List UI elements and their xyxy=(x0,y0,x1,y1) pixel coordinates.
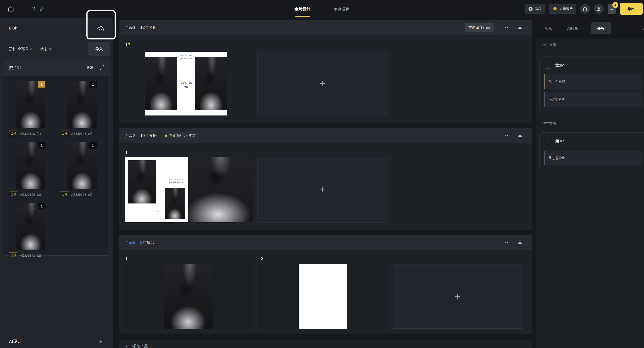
product1-header: 产品1 12寸竖册 重新设计产品 ··· xyxy=(119,20,532,35)
spread-photo-right xyxy=(195,57,227,110)
edit-name-icon[interactable] xyxy=(40,6,44,11)
sort-icon[interactable] xyxy=(9,46,15,52)
task-item[interactable]: 尺寸需检查 xyxy=(544,151,642,165)
project-name: 11 xyxy=(32,7,36,11)
photos-sidebar: 照片 全部 5 状态 导入 xyxy=(0,18,113,348)
tab-ai-templates[interactable]: AI模板 xyxy=(567,18,578,39)
photo-thumbnail[interactable]: 1 xyxy=(67,81,96,128)
more-menu-icon[interactable]: ··· xyxy=(502,240,509,245)
photo-cell[interactable]: 2已修AZ3J9118_(2) xyxy=(9,81,59,128)
photo-cell[interactable]: 1已修AZ3J9123_(2) xyxy=(60,81,110,128)
photo-thumbnail[interactable]: 1 xyxy=(67,142,96,189)
product2-header: 产品2 10寸方册 存在版面尺寸变更 ··· xyxy=(119,128,532,143)
section-title: 10寸方册 xyxy=(542,121,556,126)
spread-small-caption: ROMANCE xyxy=(152,211,165,213)
spread-photo-small xyxy=(165,188,184,219)
add-product-label: 添加产品 xyxy=(132,344,148,348)
more-menu-icon[interactable]: ··· xyxy=(502,133,509,138)
photo-count-badge: 2 xyxy=(38,81,46,88)
photo-group-header: 照片组 5张 xyxy=(3,59,109,76)
cloud-sync-icon[interactable] xyxy=(95,24,104,32)
photo-count-badge: 1 xyxy=(89,142,96,148)
task-item[interactable]: 换一个素材 xyxy=(544,74,642,89)
photo-cell[interactable]: 1已修AZ3J9141_(2) xyxy=(9,203,59,250)
task-item[interactable]: 内容需检查 xyxy=(544,92,642,107)
album-spread-thumbnail[interactable]: TWO HEARTS BECOME ONE You & me xyxy=(145,52,227,116)
add-page-placeholder[interactable]: + xyxy=(258,51,388,116)
ai-design-section[interactable]: AI设计 xyxy=(0,335,113,348)
header-divider xyxy=(96,66,96,70)
plus-icon: + xyxy=(455,290,461,302)
unsaved-dot xyxy=(128,42,130,44)
right-panel-tabs: 模板 AI模板 任务 » xyxy=(536,18,644,39)
frame-item-1[interactable] xyxy=(124,264,253,329)
collapse-section-icon[interactable] xyxy=(518,242,522,244)
top-bar: 11 全局设计 单页编辑 教程 xyxy=(0,0,644,18)
gem-icon xyxy=(553,7,557,11)
plus-icon: + xyxy=(125,343,128,348)
photo-cell[interactable]: 1已修AZ3J9128_(2) xyxy=(60,142,110,189)
product3-card: 产品3 8寸摆台 ··· 1 2 + xyxy=(119,235,532,334)
photo-cell[interactable]: 1已修AZ3J9126_(2) xyxy=(9,142,59,189)
export-record-icon[interactable]: → 4 xyxy=(608,4,616,14)
photo-thumbnail[interactable]: 1 xyxy=(16,142,46,189)
membership-renew-button[interactable]: 会员续费 xyxy=(549,4,576,14)
import-button[interactable]: 导入 xyxy=(88,42,110,56)
add-product-row[interactable]: + 添加产品 xyxy=(119,340,532,348)
tutorial-button[interactable]: 教程 xyxy=(524,4,545,14)
photo-label: 已修AZ3J9123_(2) xyxy=(60,130,92,136)
redesign-product-button[interactable]: 重新设计产品 xyxy=(465,22,494,32)
support-headset-icon[interactable] xyxy=(580,4,590,14)
notification-badge: 4 xyxy=(612,2,618,8)
photo-filename: AZ3J9123_(2) xyxy=(71,132,92,136)
page-checkbox[interactable] xyxy=(545,138,551,144)
section-title: 12寸竖册 xyxy=(542,43,556,47)
expand-icon[interactable] xyxy=(100,65,104,70)
add-page-placeholder[interactable]: + xyxy=(258,157,388,223)
photo-count-badge: 1 xyxy=(38,203,46,210)
filter-status-dropdown[interactable]: 状态 xyxy=(40,47,52,52)
home-icon[interactable] xyxy=(8,6,14,12)
frame-photo xyxy=(164,264,212,329)
page-number: 1 xyxy=(125,150,128,156)
tab-templates[interactable]: 模板 xyxy=(545,18,553,39)
photo-group-panel: 照片组 5张 2已修AZ3J9118_(2)1已修AZ3J9123_(2)1已修… xyxy=(3,59,110,256)
add-page-placeholder[interactable]: + xyxy=(393,264,522,329)
page-checkbox[interactable] xyxy=(545,62,551,68)
chevron-down-icon xyxy=(30,48,32,50)
tab-single-page-edit[interactable]: 单页编辑 xyxy=(334,0,350,18)
product1-body: 1 TWO HEARTS BECOME ONE You & me + xyxy=(119,35,532,123)
photo-filename: AZ3J9126_(2) xyxy=(20,192,41,196)
photo-label: 已修AZ3J9118_(2) xyxy=(9,130,41,136)
mode-tabs: 全局设计 单页编辑 xyxy=(294,0,350,18)
product2-name: 10寸方册 xyxy=(140,133,157,138)
chevron-down-icon xyxy=(49,48,52,50)
photo-thumbnail[interactable]: 1 xyxy=(16,203,46,250)
album-spread-thumbnail[interactable]: OUR FOREVER STARTS TODAY ROMANCE xyxy=(125,158,253,222)
product1-label: 产品1 xyxy=(125,25,136,30)
app-window: 11 全局设计 单页编辑 教程 xyxy=(0,0,644,348)
tab-global-design[interactable]: 全局设计 xyxy=(294,0,310,18)
topbar-right-group: 教程 会员续费 → 4 导出 xyxy=(524,3,644,15)
page-checkbox-row: 第1P xyxy=(545,138,564,144)
collapse-up-icon[interactable] xyxy=(99,340,102,342)
plus-icon: + xyxy=(320,184,326,196)
active-tab-underline xyxy=(296,16,310,17)
export-button[interactable]: 导出 xyxy=(620,3,643,15)
collapse-section-icon[interactable] xyxy=(518,134,522,137)
account-avatar-icon[interactable] xyxy=(594,4,604,14)
collapse-panel-icon[interactable]: » xyxy=(643,25,644,32)
frame-item-2[interactable] xyxy=(258,264,388,329)
right-panel: 模板 AI模板 任务 » 12寸竖册 第1P 换一个素材 内容需检查 10寸方册… xyxy=(536,18,644,348)
collapse-section-icon[interactable] xyxy=(518,26,522,28)
filter-all-dropdown[interactable]: 全部 5 xyxy=(18,47,32,52)
page-number: 1 xyxy=(125,256,128,261)
topbar-divider xyxy=(22,6,23,12)
photo-label: 已修AZ3J9141_(2) xyxy=(9,252,41,258)
tab-tasks[interactable]: 任务 xyxy=(590,22,611,34)
more-menu-icon[interactable]: ··· xyxy=(502,25,509,30)
retouched-tag: 已修 xyxy=(9,192,18,197)
photo-thumbnail[interactable]: 2 xyxy=(16,81,46,128)
photo-label: 已修AZ3J9126_(2) xyxy=(9,192,41,197)
page-label: 第1P xyxy=(555,63,564,68)
